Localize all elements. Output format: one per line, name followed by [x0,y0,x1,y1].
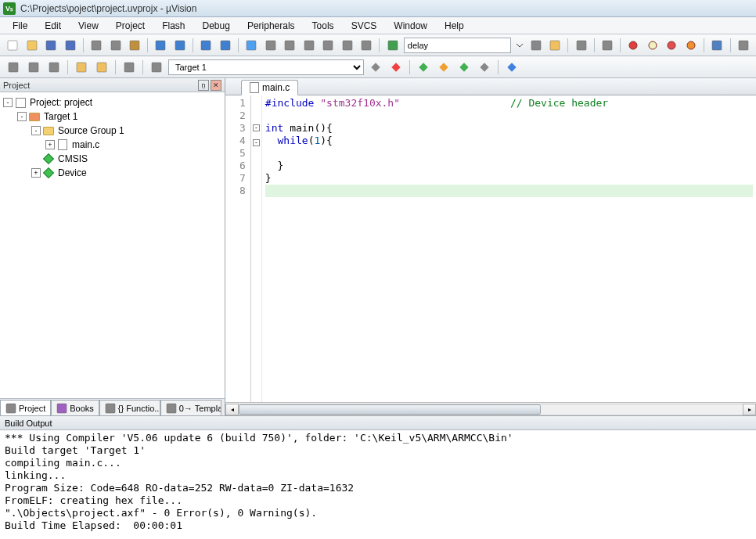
tree-expand-icon[interactable]: - [3,98,13,107]
tb2-icon-4[interactable] [435,59,452,76]
menu-debug[interactable]: Debug [195,19,238,33]
wrench-icon[interactable] [735,37,751,54]
macro-icon[interactable] [384,37,400,54]
cut-icon[interactable] [88,37,104,54]
svg-rect-46 [167,404,176,413]
tb2-icon-3[interactable] [415,59,432,76]
uncomment-icon[interactable] [339,37,355,54]
outdent-icon[interactable] [282,37,297,54]
toolbar-2: Target 1 [0,56,756,78]
horizontal-scrollbar[interactable]: ◂ ▸ [225,402,756,415]
panel-tab-0templat[interactable]: 0→ Templat... [160,400,221,415]
panel-tab-functio[interactable]: {} Functio... [99,400,160,415]
svg-rect-43 [6,404,16,413]
download-icon[interactable] [73,59,90,76]
menu-help[interactable]: Help [437,19,472,33]
dot-orange-icon[interactable] [683,37,699,54]
tree-label: Target 1 [44,111,77,122]
menu-window[interactable]: Window [386,19,435,33]
forward-icon[interactable] [218,37,233,54]
menu-flash[interactable]: Flash [154,19,193,33]
dot-green-icon[interactable] [664,37,679,54]
undo-icon[interactable] [153,37,168,54]
tree-row[interactable]: -Project: project [0,95,225,110]
menu-tools[interactable]: Tools [304,19,342,33]
menu-peripherals[interactable]: Peripherals [239,19,303,33]
tb2-icon-5[interactable] [455,59,473,76]
scroll-right-icon[interactable]: ▸ [743,404,756,415]
fold-icon[interactable]: - [253,139,260,146]
dot-red-icon[interactable] [625,37,641,54]
paste-icon[interactable] [127,37,142,54]
editor-tab-main[interactable]: main.c [241,80,298,95]
panel-tab-books[interactable]: Books [51,400,99,415]
svg-rect-13 [285,41,294,50]
find-combo[interactable] [404,38,512,53]
menu-file[interactable]: File [5,19,35,33]
tb2-icon-8[interactable] [503,59,520,76]
tree-expand-icon[interactable]: + [31,168,41,178]
target-combo[interactable]: Target 1 [168,59,364,75]
panel-tab-project[interactable]: Project [0,400,51,415]
window-icon[interactable] [709,37,725,54]
svg-rect-11 [247,41,256,50]
build-icon[interactable] [5,59,22,76]
copy-icon[interactable] [107,37,123,54]
open-icon[interactable] [23,37,39,54]
func-icon [105,403,116,414]
brace-icon[interactable] [358,37,374,54]
dot-yellow-icon[interactable] [645,37,661,54]
component-icon [42,153,55,165]
save-icon[interactable] [43,37,59,54]
back-icon[interactable] [198,37,214,54]
svg-rect-22 [603,41,612,50]
svg-rect-10 [221,41,230,50]
tb2-icon-0[interactable] [367,59,384,76]
search-icon[interactable] [573,37,589,54]
menu-svcs[interactable]: SVCS [344,19,385,33]
new-icon[interactable] [5,37,20,54]
tree-expand-icon[interactable]: + [45,140,55,149]
close-icon[interactable]: ✕ [211,80,221,91]
combo-dropdown-icon[interactable] [514,37,524,54]
config-icon[interactable] [599,37,615,54]
code-area[interactable]: 12345678 -- #include "stm32f10x.h" // De… [225,95,756,402]
menu-edit[interactable]: Edit [37,19,69,33]
menu-project[interactable]: Project [108,19,153,33]
code-body[interactable]: #include "stm32f10x.h" // Device header … [262,95,756,402]
pin-icon[interactable]: ņ [198,80,209,91]
editor-tabs: main.c [225,78,756,95]
build-output-body[interactable]: *** Using Compiler 'V5.06 update 6 (buil… [0,430,756,539]
find-files-icon[interactable] [547,37,563,54]
scroll-left-icon[interactable]: ◂ [225,404,239,415]
indent-icon[interactable] [263,37,279,54]
batch-icon[interactable] [45,59,63,76]
fold-icon[interactable]: - [253,124,260,131]
bookmark-icon[interactable] [243,37,259,54]
indent2-icon[interactable] [301,37,316,54]
tree-row[interactable]: +main.c [0,138,225,152]
tb2-icon-1[interactable] [387,59,405,76]
svg-rect-39 [439,63,448,71]
find-icon[interactable] [527,37,543,54]
menu-view[interactable]: View [70,19,106,33]
download-icon[interactable] [93,59,110,76]
comment-icon[interactable] [320,37,336,54]
svg-rect-29 [9,63,18,72]
target-icon[interactable] [121,59,138,76]
tb2-icon-6[interactable] [476,59,493,76]
tree-expand-icon[interactable]: - [31,126,41,135]
tree-row[interactable]: CMSIS [0,152,225,166]
file-icon [56,138,69,151]
scroll-thumb[interactable] [239,404,541,415]
save-all-icon[interactable] [62,37,77,54]
tree-expand-icon[interactable]: - [17,112,27,121]
redo-icon[interactable] [172,37,188,54]
options-icon[interactable] [148,59,165,76]
tree-row[interactable]: -Source Group 1 [0,124,225,138]
tree-row[interactable]: -Target 1 [0,110,225,124]
scroll-track[interactable] [239,404,743,415]
rebuild-icon[interactable] [25,59,42,76]
project-tree: -Project: project-Target 1-Source Group … [0,92,225,398]
tree-row[interactable]: +Device [0,166,225,180]
